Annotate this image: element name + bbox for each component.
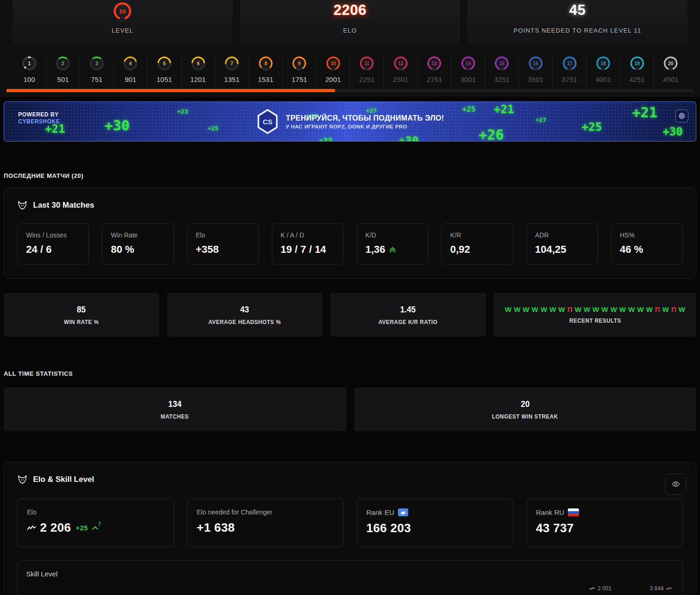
cybershoke-promo-banner[interactable]: POWERED BY CYBERSHOKE CS ТРЕНИРУЙСЯ, ЧТО… bbox=[4, 101, 696, 142]
summary-tiles: 85 WIN RATE % 43 AVERAGE HEADSHOTS % 1.4… bbox=[4, 293, 486, 337]
level-card-label: LEVEL bbox=[13, 27, 233, 34]
challenger-tile: Elo needed for Challenger +1 638 bbox=[187, 499, 344, 547]
stat-tile-label: K/R bbox=[450, 231, 504, 239]
elo-tiles-row: Elo 2 206 +25 7 Elo needed for Challenge… bbox=[4, 487, 696, 547]
svg-text:4: 4 bbox=[129, 61, 132, 66]
win-streak-indicator: 7 bbox=[92, 524, 101, 531]
win-letter: W bbox=[575, 305, 581, 313]
svg-text:20: 20 bbox=[668, 61, 674, 66]
svg-text:2: 2 bbox=[62, 61, 65, 66]
level-badge-icon: 19 bbox=[629, 55, 645, 71]
points-needed-value: 45 bbox=[467, 2, 687, 19]
level-scale-cell: 10 2001 bbox=[316, 54, 350, 89]
level-scale-cell: 16 3501 bbox=[518, 54, 552, 89]
level-scale-cell: 15 3251 bbox=[485, 54, 519, 89]
summary-label: AVERAGE K/R RATIO bbox=[378, 318, 438, 325]
svg-text:15: 15 bbox=[499, 61, 505, 66]
level-scale-cell: 3 751 bbox=[80, 54, 114, 89]
elo-chart-icon bbox=[27, 525, 36, 531]
summary-tiles-row: 85 WIN RATE % 43 AVERAGE HEADSHOTS % 1.4… bbox=[4, 293, 696, 337]
recent-results-tile: WWWWWWWПWWWWWWWWWПWПW RECENT RESULTS bbox=[494, 293, 696, 337]
stat-tile-value: 19 / 7 / 14 bbox=[281, 243, 335, 256]
elo-delta: +25 bbox=[76, 524, 88, 532]
challenger-label: Elo needed for Challenger bbox=[197, 508, 334, 516]
level-scale-cell: 6 1201 bbox=[181, 54, 215, 89]
stat-tile: K / A / D 19 / 7 / 14 bbox=[272, 223, 343, 264]
stat-tile-label: Wins / Losses bbox=[26, 231, 80, 239]
elo-gain-float: +30 bbox=[104, 119, 129, 133]
win-letter: W bbox=[679, 305, 685, 313]
summary-value: 85 bbox=[77, 304, 86, 315]
promo-center: CS ТРЕНИРУЙСЯ, ЧТОБЫ ПОДНИМАТЬ ЭЛО! У НА… bbox=[256, 109, 444, 134]
level-badge-icon: 8 bbox=[258, 55, 274, 71]
elo-gain-float: +23 bbox=[177, 108, 188, 115]
skill-range-min: 2 001 bbox=[589, 585, 612, 592]
level-number: 10 bbox=[119, 8, 126, 15]
skill-range-max: 3 844 bbox=[650, 585, 672, 592]
summary-square: 85 WIN RATE % bbox=[4, 293, 159, 337]
summary-value: 134 bbox=[168, 399, 182, 409]
elo-gain-float: +33 bbox=[319, 137, 332, 142]
stat-tile-value: 46 % bbox=[620, 243, 674, 256]
elo-gain-float: +21 bbox=[632, 106, 657, 120]
level-threshold: 100 bbox=[13, 75, 46, 83]
powered-by-label: POWERED BY bbox=[18, 111, 60, 118]
level-threshold: 2001 bbox=[316, 75, 350, 83]
elo-gain-float: +30 bbox=[663, 126, 683, 137]
level-threshold: 3751 bbox=[553, 75, 586, 83]
recent-results-label: RECENT RESULTS bbox=[569, 317, 621, 324]
stat-tile: ADR 104,25 bbox=[526, 223, 598, 264]
visibility-toggle-button[interactable] bbox=[665, 473, 687, 495]
all-time-tile: 20 LONGEST WIN STREAK bbox=[354, 387, 697, 431]
challenger-value: +1 638 bbox=[197, 521, 235, 535]
stat-tile: K/R 0,92 bbox=[441, 223, 513, 264]
level-badge-icon: 1 bbox=[21, 55, 37, 71]
summary-value: 1.45 bbox=[400, 304, 416, 315]
level-badge-icon: 4 bbox=[122, 55, 138, 71]
recent-stats-tiles: Wins / Losses 24 / 6 Win Rate 80 % Elo +… bbox=[4, 212, 696, 278]
win-letter: W bbox=[584, 305, 590, 313]
stat-tile-value: +358 bbox=[196, 243, 250, 256]
level-threshold: 3251 bbox=[485, 75, 519, 83]
level-scale-cell: 1 100 bbox=[13, 54, 46, 89]
svg-text:12: 12 bbox=[398, 61, 404, 66]
points-needed-label: POINTS NEEDED TO REACH LEVEL 11 bbox=[467, 27, 687, 34]
level-badge-icon: 6 bbox=[190, 55, 206, 71]
win-letter: W bbox=[540, 305, 547, 313]
all-time-tiles: 134 MATCHES 20 LONGEST WIN STREAK bbox=[4, 387, 696, 431]
stat-tile-label: Elo bbox=[196, 231, 250, 239]
loss-letter: П bbox=[655, 305, 660, 313]
win-letter: W bbox=[637, 305, 644, 313]
last-30-matches-card: Last 30 Matches Wins / Losses 24 / 6 Win… bbox=[4, 188, 696, 279]
level-scale-cell: 7 1351 bbox=[215, 54, 249, 89]
fox-logo-icon bbox=[17, 200, 27, 210]
rank-eu-tile: Rank EU 166 203 bbox=[357, 499, 513, 547]
level-progress-track bbox=[7, 89, 693, 92]
level-scale-cell: 19 4251 bbox=[620, 54, 654, 89]
win-letter: W bbox=[559, 305, 565, 313]
level-threshold: 2501 bbox=[384, 75, 417, 83]
level-badge-icon: 11 bbox=[359, 55, 375, 71]
skill-level-label: Skill Level bbox=[26, 570, 674, 578]
promo-title: ТРЕНИРУЙСЯ, ЧТОБЫ ПОДНИМАТЬ ЭЛО! bbox=[286, 114, 444, 122]
svg-text:5: 5 bbox=[163, 61, 166, 66]
summary-value: 43 bbox=[240, 304, 249, 315]
svg-text:7: 7 bbox=[230, 61, 233, 66]
skill-level-tile: Skill Level 2 001 3 844 bbox=[17, 560, 683, 595]
level-badge-icon: 2 bbox=[55, 55, 71, 71]
level-threshold: 1201 bbox=[182, 75, 215, 83]
svg-text:9: 9 bbox=[298, 61, 301, 66]
level-threshold: 1051 bbox=[148, 75, 181, 83]
level-threshold: 751 bbox=[80, 75, 114, 83]
level-threshold: 2251 bbox=[350, 75, 384, 83]
level-badge-icon: 12 bbox=[393, 55, 409, 71]
level-scale: 1 100 2 501 3 751 4 901 bbox=[0, 49, 700, 89]
stat-tile-label: Win Rate bbox=[111, 231, 165, 239]
level-threshold: 1531 bbox=[249, 75, 283, 83]
level-scale-cell: 8 1531 bbox=[249, 54, 283, 89]
elo-value: 2206 bbox=[240, 2, 460, 19]
chip-icon-button[interactable] bbox=[675, 109, 688, 122]
level-threshold: 1351 bbox=[215, 75, 249, 83]
level-badge-icon: 7 bbox=[224, 55, 240, 71]
level-progress-fill bbox=[7, 89, 335, 92]
